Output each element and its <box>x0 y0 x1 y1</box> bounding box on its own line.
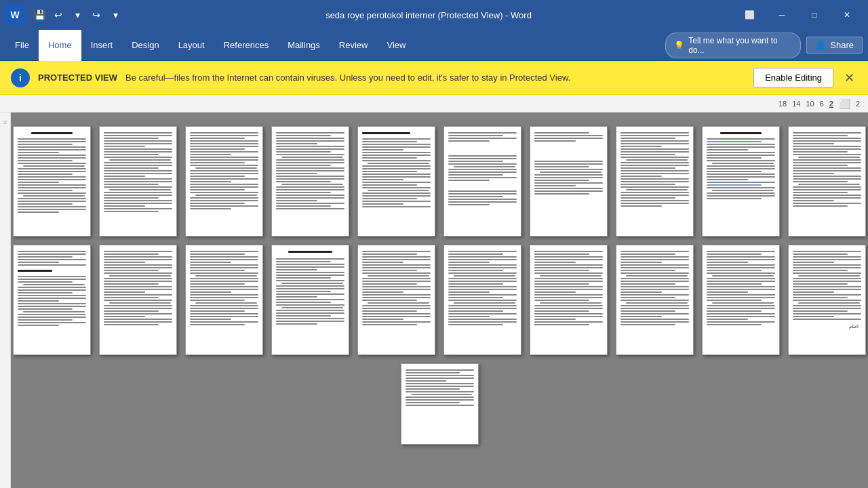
protected-view-close-button[interactable]: ✕ <box>842 70 857 85</box>
page-13[interactable] <box>185 245 263 355</box>
page-8[interactable] <box>616 126 694 237</box>
tab-insert[interactable]: Insert <box>81 30 123 61</box>
maximize-button[interactable]: □ <box>799 0 830 30</box>
tab-layout[interactable]: Layout <box>169 30 214 61</box>
page-row-2: اختام <box>13 245 866 355</box>
quick-access-toolbar: 💾 ↩ ▾ ↪ ▾ <box>31 7 123 23</box>
protected-view-label: PROTECTED VIEW <box>38 73 117 83</box>
close-button[interactable]: ✕ <box>831 0 863 30</box>
page-21[interactable] <box>401 363 479 445</box>
page-7[interactable] <box>530 126 608 237</box>
page-row-3 <box>401 363 479 445</box>
enable-editing-button[interactable]: Enable Editing <box>753 68 833 87</box>
person-icon: 👤 <box>815 40 826 50</box>
main-content: N <box>0 113 868 488</box>
page-16[interactable] <box>443 245 521 355</box>
search-placeholder-text: Tell me what you want to do... <box>688 36 792 55</box>
share-button[interactable]: 👤 Share <box>806 37 863 54</box>
share-label: Share <box>830 40 854 50</box>
word-logo: W <box>5 5 24 24</box>
customize-qa[interactable]: ▾ <box>107 7 123 23</box>
page-5[interactable] <box>357 126 435 237</box>
page-20[interactable]: اختام <box>788 245 866 355</box>
ribbon: File Home Insert Design Layout Reference… <box>0 30 868 61</box>
zoom-2-2[interactable]: 2 <box>856 100 860 108</box>
page-1[interactable] <box>13 126 91 237</box>
tab-home[interactable]: Home <box>39 30 81 61</box>
protected-view-icon: i <box>11 68 30 87</box>
pages-area[interactable]: اختام <box>11 113 868 488</box>
undo-dropdown[interactable]: ▾ <box>69 7 85 23</box>
page-4[interactable] <box>271 126 349 237</box>
left-ruler: N <box>0 113 11 488</box>
ribbon-search-area: 💡 Tell me what you want to do... 👤 Share <box>665 30 863 60</box>
page-2[interactable] <box>99 126 177 237</box>
undo-button[interactable]: ↩ <box>50 7 66 23</box>
page-row-1 <box>13 126 866 237</box>
page-18[interactable] <box>616 245 694 355</box>
zoom-numbers: 18 14 10 6 2 ⬜ 2 <box>778 98 860 109</box>
page-11[interactable] <box>13 245 91 355</box>
title-bar: W 💾 ↩ ▾ ↪ ▾ seda roye perotokol interner… <box>0 0 868 30</box>
tab-design[interactable]: Design <box>122 30 168 61</box>
page-12[interactable] <box>99 245 177 355</box>
protected-view-bar: i PROTECTED VIEW Be careful—files from t… <box>0 61 868 95</box>
document-title: seda roye perotokol interner (Protected … <box>123 10 734 20</box>
zoom-10[interactable]: 10 <box>806 100 814 108</box>
page-3[interactable] <box>185 126 263 237</box>
redo-button[interactable]: ↪ <box>88 7 104 23</box>
minimize-button[interactable]: ─ <box>766 0 797 30</box>
zoom-icon: ⬜ <box>839 98 850 109</box>
tell-me-search[interactable]: 💡 Tell me what you want to do... <box>665 33 801 58</box>
tab-file[interactable]: File <box>5 30 39 61</box>
zoom-14[interactable]: 14 <box>792 100 800 108</box>
lightbulb-icon: 💡 <box>674 41 684 50</box>
page-15[interactable] <box>357 245 435 355</box>
tab-mailings[interactable]: Mailings <box>278 30 330 61</box>
zoom-bar: 18 14 10 6 2 ⬜ 2 <box>0 95 868 113</box>
page-6[interactable] <box>443 126 521 237</box>
ribbon-display-button[interactable]: ⬜ <box>734 0 765 30</box>
title-bar-left: W 💾 ↩ ▾ ↪ ▾ <box>5 5 123 24</box>
save-button[interactable]: 💾 <box>31 7 47 23</box>
page-9[interactable] <box>702 126 780 237</box>
tab-view[interactable]: View <box>377 30 415 61</box>
window-controls: ⬜ ─ □ ✕ <box>734 0 863 30</box>
tab-review[interactable]: Review <box>330 30 378 61</box>
tab-references[interactable]: References <box>214 30 278 61</box>
page-10[interactable] <box>788 126 866 237</box>
protected-view-message: Be careful—files from the Internet can c… <box>125 73 745 83</box>
page-19[interactable] <box>702 245 780 355</box>
zoom-18[interactable]: 18 <box>778 100 787 108</box>
zoom-6[interactable]: 6 <box>820 100 824 108</box>
page-14[interactable] <box>271 245 349 355</box>
page-17[interactable] <box>530 245 608 355</box>
zoom-2[interactable]: 2 <box>829 100 833 108</box>
